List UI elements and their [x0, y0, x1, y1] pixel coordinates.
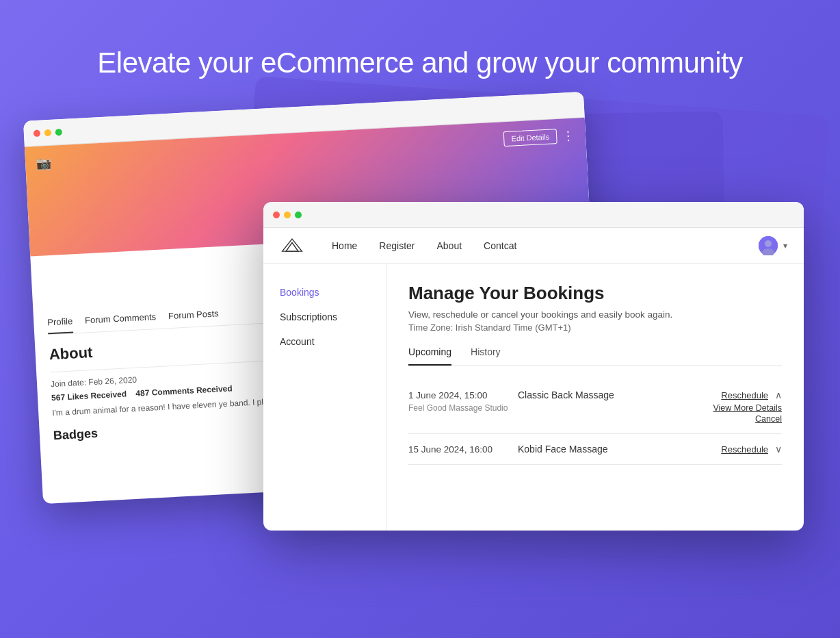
timezone-text: Time Zone: Irish Standard Time (GMT+1)	[408, 322, 782, 333]
comments-count: 487	[135, 388, 150, 398]
comments-label: Comments Received	[151, 383, 233, 397]
camera-icon: 📷	[36, 155, 52, 171]
nav-about[interactable]: About	[437, 240, 462, 251]
chevron-down-icon-2[interactable]: ∨	[775, 444, 782, 455]
profile-header-right: Edit Details ⋮	[503, 128, 575, 146]
edit-details-button[interactable]: Edit Details	[503, 129, 557, 146]
tab-profile[interactable]: Profile	[47, 316, 73, 334]
sidebar: Bookings Subscriptions Account	[263, 264, 386, 531]
chevron-up-icon-1[interactable]: ∧	[775, 390, 782, 400]
manage-bookings-subtitle: View, reschedule or cancel your bookings…	[408, 309, 782, 320]
page-headline: Elevate your eCommerce and grow your com…	[0, 47, 840, 79]
booking-tabs: Upcoming History	[408, 346, 782, 366]
booking-row-2-top: 15 June 2024, 16:00 Kobid Face Massage R…	[408, 444, 782, 455]
nav-chevron-icon[interactable]: ▾	[783, 241, 787, 251]
user-avatar-nav	[759, 236, 778, 255]
sidebar-item-account[interactable]: Account	[263, 329, 386, 354]
booking-actions-2: Reschedule ∨	[721, 444, 782, 455]
nav-home[interactable]: Home	[332, 240, 357, 251]
svg-marker-3	[283, 239, 302, 251]
nav-logo	[280, 236, 304, 255]
tab-upcoming[interactable]: Upcoming	[408, 346, 451, 366]
booking-row-2: 15 June 2024, 16:00 Kobid Face Massage R…	[408, 434, 782, 465]
dot-red-booking	[273, 212, 280, 218]
dot-yellow	[44, 129, 52, 136]
tab-forum-comments[interactable]: Forum Comments	[85, 311, 157, 332]
booking-row-1: 1 June 2024, 15:00 Classic Back Massage …	[408, 380, 782, 434]
tab-history[interactable]: History	[471, 346, 501, 366]
booking-service-1: Classic Back Massage	[518, 390, 721, 400]
sidebar-item-subscriptions[interactable]: Subscriptions	[263, 305, 386, 329]
view-more-details-link[interactable]: View More Details	[713, 403, 782, 413]
main-content: Manage Your Bookings View, reschedule or…	[386, 264, 804, 531]
booking-more-actions-1: View More Details Cancel	[713, 403, 782, 424]
cancel-link-1[interactable]: Cancel	[755, 414, 782, 424]
dot-green-booking	[295, 212, 302, 218]
nav-register[interactable]: Register	[379, 240, 415, 251]
content-area: Bookings Subscriptions Account Manage Yo…	[263, 264, 804, 531]
booking-date-2: 15 June 2024, 16:00	[408, 444, 518, 455]
booking-row-1-top: 1 June 2024, 15:00 Classic Back Massage …	[408, 390, 782, 400]
dot-yellow-booking	[284, 212, 291, 218]
likes-count: 567	[51, 392, 66, 403]
reschedule-link-2[interactable]: Reschedule	[721, 444, 768, 455]
tab-forum-posts[interactable]: Forum Posts	[168, 308, 220, 328]
nav-right: ▾	[759, 236, 787, 255]
likes-label: Likes Received	[67, 389, 127, 402]
nav-contact[interactable]: Contcat	[484, 240, 516, 251]
svg-point-6	[765, 240, 772, 247]
booking-actions-1: Reschedule ∧	[721, 390, 782, 400]
sidebar-item-bookings[interactable]: Bookings	[263, 280, 386, 305]
browser-chrome-booking	[263, 202, 804, 228]
booking-date-1: 1 June 2024, 15:00	[408, 390, 518, 400]
dot-red	[34, 129, 41, 137]
nav-bar: Home Register About Contcat ▾	[263, 228, 804, 264]
dot-green	[55, 128, 63, 136]
booking-card: Home Register About Contcat ▾ Bookings S…	[263, 202, 804, 531]
booking-studio-1: Feel Good Massage Studio	[408, 403, 508, 413]
booking-service-2: Kobid Face Massage	[518, 444, 721, 455]
more-options-icon[interactable]: ⋮	[562, 128, 575, 144]
reschedule-link-1[interactable]: Reschedule	[721, 390, 768, 400]
manage-bookings-title: Manage Your Bookings	[408, 283, 782, 304]
